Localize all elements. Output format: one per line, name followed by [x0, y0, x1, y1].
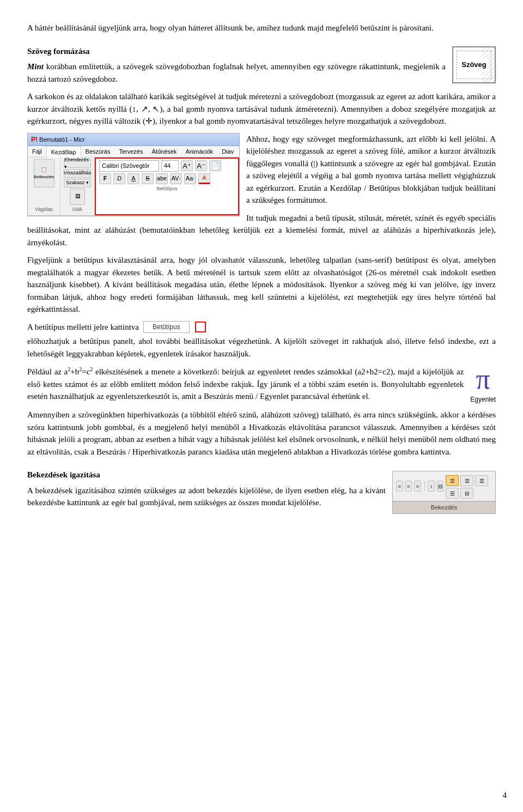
ppt-icon: P!: [31, 136, 38, 143]
mint-label: Mint: [27, 62, 44, 71]
menu-animaciok[interactable]: Animációk: [181, 146, 217, 157]
visszaallitas-btn[interactable]: Visszaállítás: [64, 169, 91, 178]
list-style3-btn[interactable]: ≡: [414, 481, 421, 492]
menu-beszuras[interactable]: Beszúrás: [81, 146, 115, 157]
font-row1: Calibri (Szövegtör 44 A⁺ A⁻ 📄: [99, 160, 235, 172]
betutipus-paragraph: A betűtípus melletti jelre kattintva Bet…: [27, 321, 496, 360]
case-btn[interactable]: Aa·: [184, 173, 196, 184]
spacing-btn[interactable]: AV·: [170, 173, 182, 184]
betutipus-p1-end: előhozhatjuk a betűtípus panelt, ahol to…: [27, 335, 496, 360]
egyenlet-label: Egyenlet: [470, 395, 496, 404]
dia-btns: Elrendezés ▾ Visszaállítás Szakasz ▾: [64, 159, 91, 187]
menu-tervezes[interactable]: Tervezés: [114, 146, 147, 157]
ribbon-title-text: Bemutató1 - Micr: [39, 136, 85, 143]
menu-fajl[interactable]: Fájl: [28, 146, 46, 157]
italic-btn[interactable]: D: [113, 173, 125, 184]
font-copy-btn[interactable]: 📄: [209, 160, 221, 171]
bekezdas-footer: Bekezdés: [393, 501, 495, 513]
szoveg-label: Szöveg: [460, 59, 488, 71]
align-left-btn[interactable]: ☰: [446, 475, 459, 486]
uj-dia-row: 🖼: [70, 189, 85, 205]
pi-symbol: π: [470, 365, 496, 393]
list-style2-btn[interactable]: ≡: [405, 481, 412, 492]
red-circle-icon: [195, 322, 206, 332]
ribbon-float: P! Bemutató1 - Micr Fájl Kezdőlap Beszúr…: [27, 133, 240, 216]
underline-btn[interactable]: A: [127, 173, 139, 184]
ribbon-body: 📋 Beillesztés Vágólap Elrendezés ▾ Vissz…: [28, 157, 239, 216]
font-row2: F D A S abe AV· Aa· A: [99, 173, 235, 184]
szoveg-p4: Itt tudjuk megadni a betű típusát, stílu…: [27, 212, 496, 249]
dia-label: Diák: [72, 205, 82, 214]
sup-b2: 2: [79, 366, 82, 372]
szoveg-box-container: Szöveg: [452, 46, 496, 83]
szoveg-p5: Figyeljünk a betűtípus kiválasztásánál a…: [27, 254, 496, 316]
align-row: ☰ ☰ ☰ ☰ ⊟: [446, 475, 492, 499]
align-center-btn[interactable]: ☰: [460, 475, 473, 486]
szoveg-box: Szöveg: [452, 46, 496, 83]
szoveg-p1: Mint korábban említettük, a szövegek szö…: [27, 60, 496, 85]
align-right-btn[interactable]: ☰: [475, 475, 488, 486]
line-spacing-btn[interactable]: ↕: [428, 481, 435, 492]
beillesztes-label: Beillesztés: [33, 174, 54, 180]
betutipus-p1-start: A betűtípus melletti jelre kattintva: [27, 321, 139, 334]
szoveg-p1-rest: korábban említettük, a szövegek szövegdo…: [27, 62, 446, 83]
menu-diav[interactable]: Diav: [217, 146, 238, 157]
pelda-paragraph: Például az a2+b2=c2 elkészítésének a men…: [27, 365, 496, 403]
font-shrink-btn[interactable]: A⁻: [195, 160, 207, 171]
vágólap-label: Vágólap: [35, 205, 53, 214]
ribbon-menu-bar: Fájl Kezdőlap Beszúrás Tervezés Átűnések…: [28, 146, 239, 158]
clipboard-icon: 📋: [41, 166, 47, 174]
columns2-btn[interactable]: ⊟: [460, 488, 473, 499]
egyenlet-float: π Egyenlet: [470, 365, 496, 404]
menu-attunesek[interactable]: Átűnések: [148, 146, 181, 157]
newslide-icon: 🖼: [75, 193, 80, 201]
font-size-box[interactable]: 44: [161, 160, 179, 172]
ribbon-dia-section: Elrendezés ▾ Visszaállítás Szakasz ▾ 🖼 D…: [60, 157, 95, 215]
szoveg-heading: Szöveg formázása: [27, 45, 496, 58]
hiperhiv-paragraph: Amennyiben a szövegünkben hiperhivatkozá…: [27, 409, 496, 458]
egyenlet-section: π Egyenlet Például az a2+b2=c2 elkészíté…: [27, 365, 496, 409]
bekezdas-section: ≡ ≡ ≡ ↕ ⊟ ☰ ☰ ☰ ☰ ⊟ Bekezdés Bekezdések …: [27, 469, 496, 516]
color-btn[interactable]: A: [198, 173, 210, 184]
font-name-box[interactable]: Calibri (Szövegtör: [99, 160, 159, 172]
szoveg-p2: A sarkokon és az oldalakon található kar…: [27, 90, 496, 128]
bold-btn[interactable]: F: [99, 173, 111, 184]
ribbon-title-bar: P! Bemutató1 - Micr: [28, 134, 239, 146]
ribbon-image: P! Bemutató1 - Micr Fájl Kezdőlap Beszúr…: [27, 133, 240, 216]
font-section-label: Betűtípus: [99, 185, 235, 193]
page: A háttér beállításánál ügyeljünk arra, h…: [27, 22, 496, 516]
ribbon-title: P! Bemutató1 - Micr: [31, 135, 85, 144]
ribbon-beillesztes-section: 📋 Beillesztés Vágólap: [28, 157, 60, 215]
szoveg-section: Szöveg Szöveg formázása Mint korábban em…: [27, 45, 496, 133]
intro-paragraph: A háttér beállításánál ügyeljünk arra, h…: [27, 22, 496, 34]
column-btn[interactable]: ⊟: [437, 481, 444, 492]
bekezdas-float: ≡ ≡ ≡ ↕ ⊟ ☰ ☰ ☰ ☰ ⊟ Bekezdés: [392, 471, 496, 514]
sup-a2: 2: [68, 366, 70, 372]
bekezdas-toolbar: ≡ ≡ ≡ ↕ ⊟ ☰ ☰ ☰ ☰ ⊟: [393, 471, 495, 501]
elrendezes-btn[interactable]: Elrendezés ▾: [64, 159, 91, 168]
intro-text: A háttér beállításánál ügyeljünk arra, h…: [27, 23, 434, 32]
szakasz-btn[interactable]: Szakasz ▾: [64, 179, 91, 187]
betutipus-box-inline: Betűtípus: [143, 321, 190, 333]
font-grow-btn[interactable]: A⁺: [181, 160, 193, 171]
ribbon-section: P! Bemutató1 - Micr Fájl Kezdőlap Beszúr…: [27, 133, 496, 254]
ribbon-icons-row: 📋 Beillesztés: [34, 159, 54, 187]
list-style1-btn[interactable]: ≡: [396, 481, 403, 492]
align-justify-btn[interactable]: ☰: [446, 488, 459, 499]
beillesztes-btn[interactable]: 📋 Beillesztés: [34, 159, 54, 187]
strikethrough-btn[interactable]: S: [142, 173, 154, 184]
shadow-btn[interactable]: abe: [156, 173, 168, 184]
uj-dia-btn[interactable]: 🖼: [70, 189, 85, 205]
ribbon-font-section: Calibri (Szövegtör 44 A⁺ A⁻ 📄 F D A S ab…: [95, 157, 239, 215]
sup-c2: 2: [90, 366, 93, 372]
